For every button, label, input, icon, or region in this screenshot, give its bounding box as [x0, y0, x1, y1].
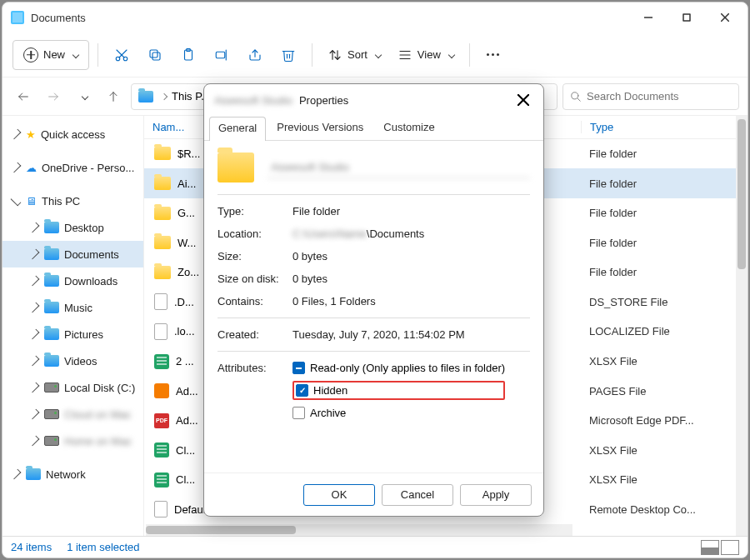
folder-name-field[interactable] [268, 157, 530, 178]
recent-button[interactable] [71, 84, 96, 109]
search-icon [570, 91, 582, 102]
network-icon [26, 468, 41, 480]
app-icon [11, 11, 24, 24]
dialog-title: Properties [299, 94, 348, 107]
label-attributes: Attributes: [218, 362, 292, 419]
cancel-button[interactable]: Cancel [382, 484, 453, 506]
highlight-box: ✓Hidden [292, 381, 505, 400]
label-contains: Contains: [218, 295, 292, 308]
horizontal-scrollbar[interactable] [146, 524, 572, 536]
chevron-down-icon [448, 51, 455, 58]
window-title: Documents [31, 12, 629, 24]
nav-desktop[interactable]: Desktop [2, 214, 143, 241]
copy-button[interactable] [140, 40, 170, 70]
chevron-right-icon [29, 356, 40, 367]
folder-icon [44, 248, 59, 260]
svg-rect-9 [150, 50, 158, 58]
chevron-right-icon [29, 249, 40, 260]
dialog-body: Type:File folder Location:C:\Users\Name\… [204, 141, 543, 472]
forward-button[interactable] [41, 84, 66, 109]
drive-icon [44, 382, 59, 392]
xlsx-icon [154, 354, 169, 369]
nav-network[interactable]: Network [2, 461, 143, 488]
folder-icon [44, 328, 59, 340]
label-location: Location: [218, 228, 292, 240]
value-created: Tuesday, July 7, 2020, 11:54:02 PM [292, 328, 530, 341]
nav-quick-access[interactable]: ★Quick access [2, 121, 143, 148]
nav-item-blurred[interactable]: Home on Mac [2, 428, 143, 454]
nav-item-blurred[interactable]: Cloud on Mac [2, 401, 143, 428]
folder-icon [218, 152, 254, 182]
nav-documents[interactable]: Documents [2, 241, 143, 268]
chevron-right-icon [29, 329, 40, 340]
folder-icon [44, 355, 59, 367]
sort-button[interactable]: Sort [321, 40, 388, 70]
dialog-close-button[interactable] [513, 90, 533, 110]
dialog-folder-name: Aiseesoft Studio [214, 94, 292, 107]
chevron-down-icon [375, 51, 382, 58]
search-input[interactable] [587, 90, 732, 102]
dots-icon [487, 53, 499, 56]
view-label: View [418, 48, 441, 61]
chevron-right-icon [29, 222, 40, 233]
maximize-button[interactable] [668, 4, 706, 31]
nav-videos[interactable]: Videos [2, 348, 143, 374]
nav-onedrive[interactable]: ☁OneDrive - Perso... [2, 154, 143, 181]
cut-button[interactable] [107, 40, 137, 70]
column-type[interactable]: Type [581, 121, 748, 133]
minimize-button[interactable] [629, 4, 668, 31]
status-selection: 1 item selected [67, 541, 139, 553]
archive-checkbox-row[interactable]: Archive [292, 407, 505, 419]
status-bar: 24 items 1 item selected [2, 536, 748, 558]
view-button[interactable]: View [391, 40, 461, 70]
folder-icon [154, 266, 171, 279]
svg-rect-8 [152, 52, 160, 60]
search-box[interactable] [562, 83, 739, 110]
chevron-down-icon [72, 51, 79, 58]
paste-button[interactable] [173, 40, 203, 70]
nav-downloads[interactable]: Downloads [2, 268, 143, 294]
explorer-window: Documents New Sort View [2, 2, 748, 558]
nav-music[interactable]: Music [2, 294, 143, 321]
folder-icon [154, 147, 171, 160]
chevron-right-icon [29, 302, 40, 313]
nav-this-pc[interactable]: 🖥This PC [2, 188, 143, 214]
sort-label: Sort [348, 48, 368, 61]
delete-button[interactable] [273, 40, 303, 70]
hidden-checkbox-row[interactable]: ✓Hidden [296, 384, 348, 397]
thumbnails-view-button[interactable] [721, 540, 739, 555]
checkbox-indeterminate-icon [292, 362, 305, 374]
up-button[interactable] [101, 84, 126, 109]
more-button[interactable] [478, 40, 508, 70]
dialog-title-bar: Aiseesoft Studio Properties [204, 84, 543, 116]
file-icon [154, 501, 168, 518]
chevron-right-icon [161, 92, 168, 99]
drive-icon [44, 436, 59, 446]
label-size: Size: [218, 250, 292, 262]
chevron-right-icon [29, 409, 40, 420]
nav-local-disk[interactable]: Local Disk (C:) [2, 374, 143, 401]
tab-customize[interactable]: Customize [374, 116, 443, 140]
cloud-icon: ☁ [26, 162, 37, 174]
ok-button[interactable]: OK [303, 484, 375, 506]
svg-rect-1 [683, 14, 690, 21]
xlsx-icon [154, 442, 169, 458]
apply-button[interactable]: Apply [460, 484, 532, 506]
label-size-on-disk: Size on disk: [218, 272, 292, 285]
vertical-scrollbar[interactable] [736, 116, 748, 536]
pages-icon [154, 383, 169, 398]
tab-general[interactable]: General [209, 117, 266, 141]
new-button[interactable]: New [12, 40, 89, 70]
dialog-buttons: OK Cancel Apply [204, 472, 543, 516]
share-button[interactable] [240, 40, 270, 70]
nav-pictures[interactable]: Pictures [2, 321, 143, 348]
tab-previous-versions[interactable]: Previous Versions [268, 116, 372, 140]
properties-dialog: Aiseesoft Studio Properties General Prev… [203, 83, 544, 517]
back-button[interactable] [11, 84, 36, 109]
plus-icon [23, 48, 38, 62]
rename-button[interactable] [207, 40, 237, 70]
divider [469, 43, 470, 67]
readonly-checkbox-row[interactable]: Read-only (Only applies to files in fold… [292, 362, 505, 374]
close-button[interactable] [706, 4, 744, 31]
details-view-button[interactable] [701, 540, 719, 555]
